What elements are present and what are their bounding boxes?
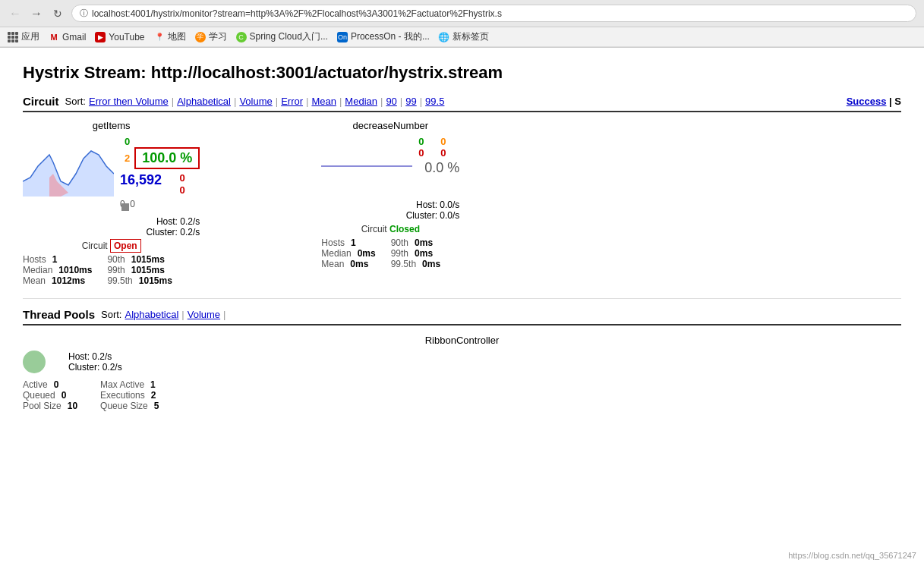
processon-icon: On — [337, 32, 348, 42]
thread-pools-header: Thread Pools Sort: Alphabetical | Volume… — [23, 308, 901, 325]
tp-row: Host: 0.2/s Cluster: 0.2/s — [23, 351, 901, 373]
apps-icon — [8, 32, 18, 42]
page-content: Hystrix Stream: http://localhost:3001/ac… — [0, 48, 924, 426]
separator-1 — [23, 298, 901, 299]
dn-left-stats: Hosts1 Median0ms Mean0ms — [321, 237, 375, 269]
dn-cluster-rate: Cluster: 0.0/s — [321, 210, 459, 221]
dn-orange: 0 — [440, 136, 459, 147]
getitems-percent: 100.0 % — [134, 147, 200, 169]
tp-queue-size: 5 — [154, 401, 159, 411]
bookmark-processon[interactable]: On ProcessOn - 我的... — [337, 30, 430, 43]
dn-host-cluster: Host: 0.0/s Cluster: 0.0/s — [321, 200, 459, 221]
sort-error[interactable]: Error — [281, 96, 303, 107]
bookmark-gmail-label: Gmail — [62, 32, 86, 42]
bookmark-learn[interactable]: 学 学习 — [195, 30, 227, 43]
sort-alphabetical[interactable]: Alphabetical — [177, 96, 231, 107]
getitems-sparkline — [23, 136, 114, 197]
success-link[interactable]: Success — [847, 96, 887, 107]
sort-error-volume[interactable]: Error then Volume — [89, 96, 169, 107]
back-button[interactable]: ← — [8, 6, 23, 21]
getitems-orange: 2 — [125, 153, 130, 164]
dn-green: 0 — [418, 136, 437, 147]
tp-sort-volume[interactable]: Volume — [188, 309, 220, 320]
tp-left-stats: Active0 Queued0 Pool Size10 — [23, 379, 77, 411]
dn-right-stats: 90th0ms 99th0ms 99.5th0ms — [391, 237, 440, 269]
url-text: localhost:4001/hystrix/monitor?stream=ht… — [92, 8, 502, 19]
getitems-995th: 1015ms — [139, 275, 172, 286]
sort-volume[interactable]: Volume — [239, 96, 272, 107]
dn-995th: 0ms — [422, 259, 440, 269]
address-bar[interactable]: ⓘ localhost:4001/hystrix/monitor?stream=… — [71, 5, 916, 22]
getitems-hosts: 1 — [52, 254, 58, 265]
spring-icon: C — [236, 32, 247, 42]
getitems-circuit-status: Circuit Open — [23, 241, 200, 251]
tp-host-cluster: Host: 0.2/s Cluster: 0.2/s — [68, 351, 122, 373]
getitems-host-rate: Host: 0.2/s — [23, 216, 200, 227]
youtube-icon: ▶ — [95, 32, 106, 42]
sparkline-svg — [23, 136, 114, 197]
bookmark-newtab-label: 新标签页 — [453, 30, 489, 43]
lock-icon: ⓘ — [80, 8, 88, 19]
sort-995[interactable]: 99.5 — [425, 96, 444, 107]
getitems-red1: 0 — [180, 172, 200, 184]
flatline-svg — [321, 136, 412, 197]
circuit-cards: getItems — [23, 120, 901, 286]
getitems-title: getItems — [23, 120, 200, 131]
bookmark-learn-label: 学习 — [209, 30, 227, 43]
dn-median: 0ms — [358, 248, 376, 259]
decreasenumber-card: decreaseNumber 0 0 0 0 — [321, 120, 459, 286]
tp-executions: 2 — [151, 390, 156, 401]
getitems-green: 0 — [125, 136, 130, 147]
getitems-host-cluster: Host: 0.2/s Cluster: 0.2/s — [23, 216, 200, 237]
nav-bar: ← → ↻ ⓘ localhost:4001/hystrix/monitor?s… — [0, 0, 924, 27]
bookmark-maps[interactable]: 📍 地图 — [154, 30, 186, 43]
bookmark-apps-label: 应用 — [21, 30, 39, 43]
decreasenumber-title: decreaseNumber — [321, 120, 459, 131]
bookmark-apps[interactable]: 应用 — [8, 30, 39, 43]
decreasenumber-stats: 0 0 0 0 0.0 % — [418, 136, 459, 176]
sort-99[interactable]: 99 — [405, 96, 416, 107]
tp-queued: 0 — [61, 390, 67, 401]
page-title: Hystrix Stream: http://localhost:3001/ac… — [23, 63, 901, 83]
tp-pool-size: 10 — [68, 401, 77, 411]
getitems-stats: 0 2 100.0 % 16,592 0 0 — [120, 136, 200, 209]
tp-cluster-rate: Cluster: 0.2/s — [68, 362, 122, 373]
getitems-90th: 1015ms — [131, 254, 165, 265]
bookmark-spring-label: Spring Cloud入门... — [250, 30, 328, 43]
tp-right-stats: Max Active1 Executions2 Queue Size5 — [100, 379, 159, 411]
tp-stats: Active0 Queued0 Pool Size10 Max Active1 … — [23, 379, 901, 411]
circuit-section: Circuit Sort: Error then Volume | Alphab… — [23, 95, 901, 286]
sort-90[interactable]: 90 — [386, 96, 396, 107]
reload-button[interactable]: ↻ — [50, 6, 65, 21]
tp-circle — [23, 351, 46, 373]
forward-button[interactable]: → — [29, 6, 44, 21]
bookmark-spring[interactable]: C Spring Cloud入门... — [236, 30, 328, 43]
tp-sort-alphabetical[interactable]: Alphabetical — [125, 309, 179, 320]
tp-sort-text: Sort: — [101, 309, 121, 320]
tp-max-active: 1 — [150, 379, 156, 390]
dn-circuit-status: Circuit Closed — [321, 224, 459, 234]
dn-mean: 0ms — [350, 259, 368, 269]
getitems-circuit-open: Open — [110, 239, 141, 253]
sort-text: Sort: — [65, 96, 86, 107]
decreasenumber-sparkline — [321, 136, 412, 197]
dn-90th: 0ms — [415, 237, 433, 248]
sort-median[interactable]: Median — [345, 96, 377, 107]
bookmark-youtube[interactable]: ▶ YouTube — [95, 32, 144, 42]
bookmark-maps-label: 地图 — [168, 30, 186, 43]
getitems-blue: 16,592 — [120, 172, 177, 196]
getitems-left-stats: Hosts1 Median1010ms Mean1012ms — [23, 254, 92, 286]
getitems-99th: 1015ms — [131, 265, 165, 275]
bookmark-gmail[interactable]: M Gmail — [49, 32, 86, 42]
sort-mean[interactable]: Mean — [311, 96, 336, 107]
thread-pools-sort-links: Sort: Alphabetical | Volume | — [101, 309, 225, 320]
ribboncontroller-card: RibbonController Host: 0.2/s Cluster: 0.… — [23, 335, 901, 411]
globe-icon: 🌐 — [439, 32, 449, 42]
getitems-mean: 1012ms — [52, 275, 85, 286]
bookmarks-bar: 应用 M Gmail ▶ YouTube 📍 地图 学 学习 C Spring … — [0, 27, 924, 47]
bookmark-newtab[interactable]: 🌐 新标签页 — [439, 30, 489, 43]
dn-hosts: 1 — [351, 237, 356, 248]
circuit-label: Circuit — [23, 95, 59, 108]
circuit-header: Circuit Sort: Error then Volume | Alphab… — [23, 95, 901, 112]
dn-99th: 0ms — [415, 248, 433, 259]
